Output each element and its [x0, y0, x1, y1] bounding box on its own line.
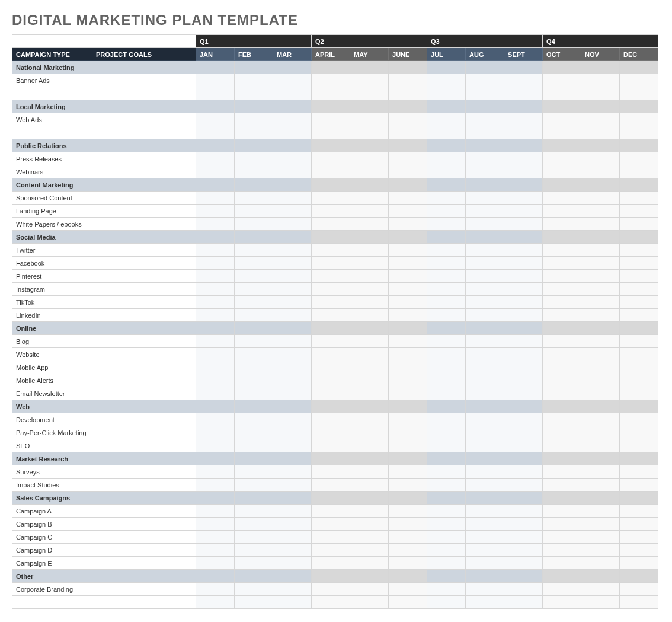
data-month-cell[interactable]: [273, 218, 312, 231]
data-month-cell[interactable]: [504, 152, 543, 165]
data-month-cell[interactable]: [581, 218, 620, 231]
data-month-cell[interactable]: [273, 479, 312, 492]
data-month-cell[interactable]: [581, 374, 620, 387]
data-month-cell[interactable]: [620, 505, 658, 518]
data-month-cell[interactable]: [389, 374, 427, 387]
project-goals-cell[interactable]: [92, 87, 196, 100]
project-goals-cell[interactable]: [92, 126, 196, 139]
data-month-cell[interactable]: [312, 465, 350, 479]
data-month-cell[interactable]: [350, 113, 389, 126]
data-month-cell[interactable]: [235, 505, 273, 518]
data-month-cell[interactable]: [620, 126, 658, 139]
project-goals-cell[interactable]: [92, 413, 196, 426]
data-month-cell[interactable]: [620, 544, 658, 557]
data-month-cell[interactable]: [350, 557, 389, 570]
campaign-type-cell[interactable]: Email Newsletter: [12, 387, 92, 400]
data-month-cell[interactable]: [350, 87, 389, 100]
data-month-cell[interactable]: [235, 361, 273, 374]
data-month-cell[interactable]: [581, 544, 620, 557]
data-month-cell[interactable]: [312, 387, 350, 400]
data-month-cell[interactable]: [350, 192, 389, 205]
data-month-cell[interactable]: [466, 374, 504, 387]
data-month-cell[interactable]: [350, 205, 389, 218]
data-month-cell[interactable]: [543, 192, 581, 205]
campaign-type-cell[interactable]: Sponsored Content: [12, 192, 92, 205]
data-month-cell[interactable]: [196, 244, 235, 257]
data-month-cell[interactable]: [350, 152, 389, 165]
data-month-cell[interactable]: [427, 335, 466, 348]
data-month-cell[interactable]: [581, 74, 620, 87]
data-month-cell[interactable]: [466, 505, 504, 518]
data-month-cell[interactable]: [312, 74, 350, 87]
data-month-cell[interactable]: [620, 348, 658, 361]
data-month-cell[interactable]: [504, 465, 543, 479]
data-month-cell[interactable]: [543, 87, 581, 100]
data-month-cell[interactable]: [235, 283, 273, 296]
data-month-cell[interactable]: [620, 205, 658, 218]
data-month-cell[interactable]: [350, 544, 389, 557]
data-month-cell[interactable]: [235, 309, 273, 322]
data-month-cell[interactable]: [466, 518, 504, 531]
data-month-cell[interactable]: [504, 583, 543, 596]
project-goals-cell[interactable]: [92, 426, 196, 439]
data-month-cell[interactable]: [581, 583, 620, 596]
data-month-cell[interactable]: [620, 296, 658, 309]
data-month-cell[interactable]: [504, 309, 543, 322]
data-month-cell[interactable]: [350, 309, 389, 322]
data-month-cell[interactable]: [504, 205, 543, 218]
project-goals-cell[interactable]: [92, 583, 196, 596]
data-month-cell[interactable]: [581, 531, 620, 544]
data-month-cell[interactable]: [235, 218, 273, 231]
data-month-cell[interactable]: [273, 531, 312, 544]
project-goals-cell[interactable]: [92, 596, 196, 609]
data-month-cell[interactable]: [312, 244, 350, 257]
data-month-cell[interactable]: [427, 348, 466, 361]
data-month-cell[interactable]: [350, 348, 389, 361]
campaign-type-cell[interactable]: Development: [12, 413, 92, 426]
campaign-type-cell[interactable]: Campaign D: [12, 544, 92, 557]
data-month-cell[interactable]: [196, 596, 235, 609]
data-month-cell[interactable]: [504, 218, 543, 231]
data-month-cell[interactable]: [427, 531, 466, 544]
data-month-cell[interactable]: [350, 596, 389, 609]
data-month-cell[interactable]: [196, 426, 235, 439]
data-month-cell[interactable]: [543, 361, 581, 374]
data-month-cell[interactable]: [273, 270, 312, 283]
data-month-cell[interactable]: [273, 165, 312, 178]
data-month-cell[interactable]: [581, 192, 620, 205]
project-goals-cell[interactable]: [92, 152, 196, 165]
data-month-cell[interactable]: [504, 335, 543, 348]
campaign-type-cell[interactable]: Campaign B: [12, 518, 92, 531]
data-month-cell[interactable]: [427, 479, 466, 492]
data-month-cell[interactable]: [312, 152, 350, 165]
data-month-cell[interactable]: [273, 192, 312, 205]
data-month-cell[interactable]: [389, 387, 427, 400]
data-month-cell[interactable]: [543, 544, 581, 557]
data-month-cell[interactable]: [350, 257, 389, 270]
data-month-cell[interactable]: [235, 531, 273, 544]
data-month-cell[interactable]: [312, 544, 350, 557]
data-month-cell[interactable]: [427, 557, 466, 570]
project-goals-cell[interactable]: [92, 479, 196, 492]
data-month-cell[interactable]: [504, 113, 543, 126]
data-month-cell[interactable]: [312, 479, 350, 492]
campaign-type-cell[interactable]: Facebook: [12, 257, 92, 270]
data-month-cell[interactable]: [389, 218, 427, 231]
project-goals-cell[interactable]: [92, 505, 196, 518]
data-month-cell[interactable]: [312, 296, 350, 309]
data-month-cell[interactable]: [504, 361, 543, 374]
data-month-cell[interactable]: [235, 413, 273, 426]
data-month-cell[interactable]: [620, 257, 658, 270]
data-month-cell[interactable]: [543, 152, 581, 165]
data-month-cell[interactable]: [504, 505, 543, 518]
data-month-cell[interactable]: [620, 413, 658, 426]
data-month-cell[interactable]: [273, 583, 312, 596]
data-month-cell[interactable]: [543, 557, 581, 570]
data-month-cell[interactable]: [466, 126, 504, 139]
campaign-type-cell[interactable]: TikTok: [12, 296, 92, 309]
data-month-cell[interactable]: [196, 74, 235, 87]
data-month-cell[interactable]: [504, 126, 543, 139]
campaign-type-cell[interactable]: Web Ads: [12, 113, 92, 126]
data-month-cell[interactable]: [350, 465, 389, 479]
data-month-cell[interactable]: [466, 270, 504, 283]
